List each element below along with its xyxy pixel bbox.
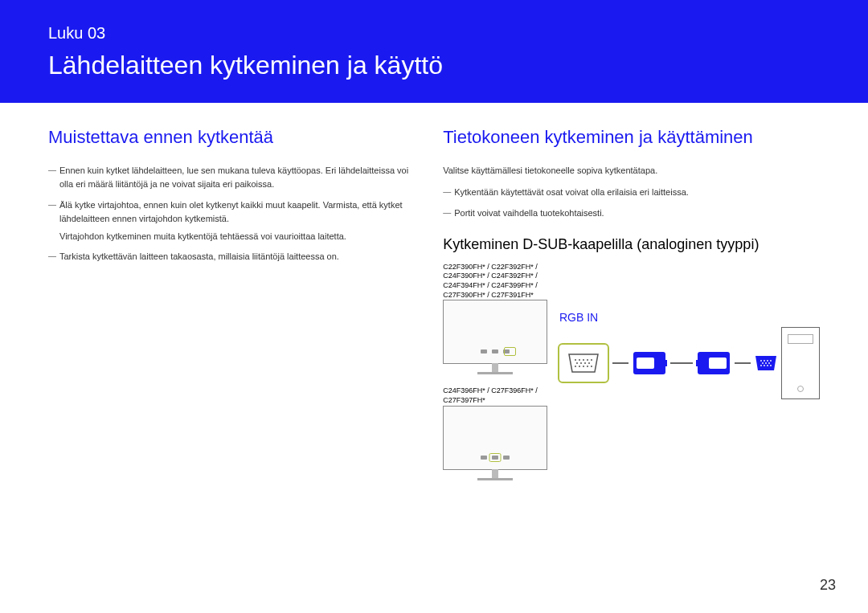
cable-diagram [558, 327, 820, 399]
rgb-connection: RGB IN [558, 263, 820, 399]
right-column: Tietokoneen kytkeminen ja käyttäminen Va… [443, 127, 820, 488]
page-number: 23 [820, 577, 836, 594]
svg-point-5 [576, 362, 578, 364]
svg-point-28 [764, 365, 765, 366]
monitor-block-1: C22F390FH* / C22F392FH* / C24F390FH* / C… [443, 263, 550, 365]
vga-connector-icon [696, 349, 731, 378]
vga-connector-icon [632, 349, 667, 378]
vga-port-icon [558, 343, 609, 383]
note-item: Kytkentään käytettävät osat voivat olla … [443, 186, 820, 199]
svg-point-10 [579, 366, 580, 367]
model-list-2: C24F396FH* / C27F396FH* / C27F397FH* [443, 386, 550, 405]
svg-point-6 [580, 362, 582, 364]
svg-rect-19 [709, 358, 727, 369]
monitor-column: C22F390FH* / C22F392FH* / C24F390FH* / C… [443, 263, 550, 488]
svg-point-29 [767, 365, 768, 366]
chapter-header: Luku 03 Lähdelaitteen kytkeminen ja käyt… [0, 0, 868, 103]
rgb-in-label: RGB IN [559, 311, 820, 324]
note-item: Tarkista kytkettävän laitteen takaosasta… [48, 250, 411, 264]
note-sub: Virtajohdon kytkeminen muita kytkentöjä … [48, 230, 411, 243]
vga-port-small-icon [754, 354, 778, 372]
note-item: Portit voivat vaihdella tuotekohtaisesti… [443, 206, 820, 220]
svg-point-26 [768, 362, 770, 364]
svg-point-9 [575, 366, 576, 367]
svg-point-8 [588, 362, 590, 364]
svg-point-2 [583, 359, 584, 361]
svg-point-12 [587, 366, 588, 367]
svg-point-3 [587, 359, 588, 361]
svg-point-22 [767, 360, 768, 362]
computer-icon [781, 327, 820, 399]
content-area: Muistettava ennen kytkentää Ennen kuin k… [0, 103, 868, 488]
svg-point-1 [579, 359, 580, 361]
svg-point-11 [583, 366, 584, 367]
svg-point-7 [584, 362, 586, 364]
chapter-label: Luku 03 [48, 24, 820, 43]
intro-text: Valitse käyttämällesi tietokoneelle sopi… [443, 164, 820, 178]
note-item: Ennen kuin kytket lähdelaitteen, lue sen… [48, 164, 411, 190]
svg-rect-15 [659, 360, 667, 366]
svg-point-27 [760, 365, 762, 366]
svg-point-20 [760, 360, 762, 362]
svg-point-23 [770, 360, 772, 362]
left-column: Muistettava ennen kytkentää Ennen kuin k… [48, 127, 411, 488]
sub-heading: Kytkeminen D-SUB-kaapelilla (analoginen … [443, 236, 820, 253]
svg-point-4 [591, 359, 592, 361]
connection-diagram: C22F390FH* / C22F392FH* / C24F390FH* / C… [443, 263, 820, 488]
chapter-title: Lähdelaitteen kytkeminen ja käyttö [48, 51, 820, 80]
cable-line-icon [670, 362, 693, 364]
svg-point-24 [762, 362, 764, 364]
svg-point-13 [591, 366, 592, 367]
svg-point-30 [770, 365, 772, 366]
right-section-heading: Tietokoneen kytkeminen ja käyttäminen [443, 127, 820, 148]
monitor-back-icon [443, 406, 547, 470]
svg-point-25 [765, 362, 767, 364]
svg-rect-16 [637, 358, 654, 369]
model-list-1: C22F390FH* / C22F392FH* / C24F390FH* / C… [443, 263, 550, 300]
svg-rect-18 [696, 360, 704, 366]
left-section-heading: Muistettava ennen kytkentää [48, 127, 411, 148]
note-item: Älä kytke virtajohtoa, ennen kuin olet k… [48, 198, 411, 225]
monitor-back-icon [443, 300, 547, 364]
svg-point-0 [575, 359, 576, 361]
cable-line-icon [735, 362, 751, 364]
svg-point-21 [764, 360, 765, 362]
cable-line-icon [612, 362, 628, 364]
monitor-block-2: C24F396FH* / C27F396FH* / C27F397FH* [443, 386, 550, 469]
